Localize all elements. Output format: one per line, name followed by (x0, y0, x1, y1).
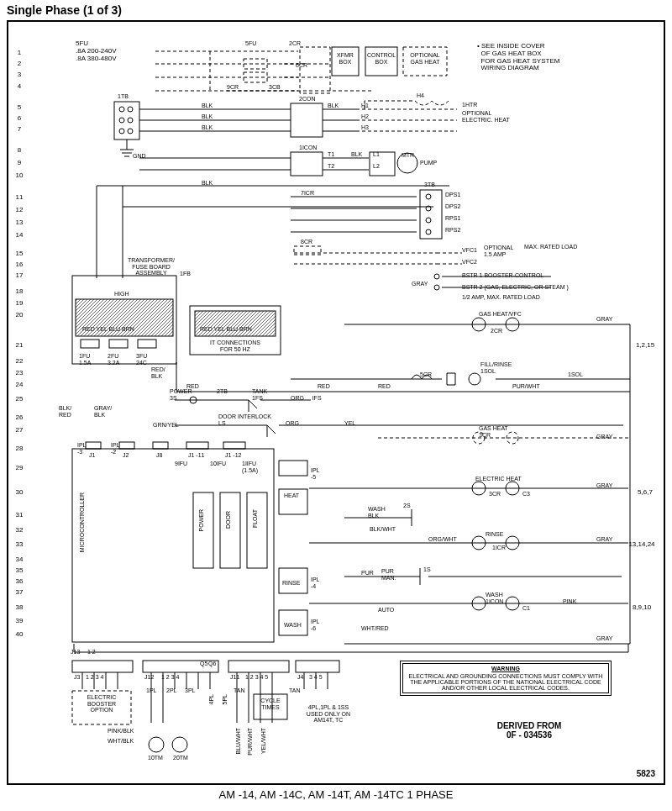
box-microcontroller: MICROCONTROLLER (79, 492, 86, 552)
svg-rect-13 (291, 103, 323, 137)
svg-rect-60 (296, 661, 339, 672)
svg-point-17 (426, 194, 431, 199)
page-code: 5823 (637, 769, 655, 778)
svg-rect-41 (223, 442, 245, 449)
box-used-only: 4PL,1PL & 1SS USED ONLY ON AM14T, TC (299, 704, 358, 724)
svg-point-9 (119, 118, 124, 123)
svg-point-10 (128, 118, 133, 123)
svg-rect-40 (186, 442, 208, 449)
itb-label: 1TB (118, 93, 129, 100)
svg-rect-37 (86, 442, 101, 449)
svg-rect-27 (81, 340, 99, 348)
diagram-frame: 1 2 3 4 5 6 7 8 9 10 11 12 13 14 15 16 1… (7, 20, 665, 785)
box-cycle-times: CYCLE TIMES (255, 698, 286, 710)
box-it-conn: IT CONNECTIONS FOR 50 HZ (197, 340, 274, 352)
derived-from: DERIVED FROM 0F - 034536 (445, 721, 613, 740)
svg-rect-29 (138, 340, 156, 348)
svg-rect-59 (228, 661, 289, 672)
svg-rect-0 (300, 47, 330, 93)
svg-rect-38 (119, 442, 134, 449)
svg-point-62 (149, 737, 164, 752)
lbl-5fu-rating: 5FU .8A 200-240V .8A 380-480V (76, 40, 116, 62)
svg-rect-36 (72, 449, 274, 642)
svg-rect-57 (72, 661, 133, 672)
svg-point-24 (434, 285, 439, 290)
note-top: • SEE INSIDE COVER OF GAS HEAT BOX FOR G… (477, 43, 559, 72)
svg-point-23 (434, 274, 439, 279)
svg-point-7 (119, 107, 124, 112)
svg-rect-28 (109, 340, 128, 348)
svg-rect-43 (220, 492, 240, 568)
box-xfmr: XFMR BOX (333, 52, 358, 65)
page-title: Single Phase (1 of 3) (0, 0, 672, 20)
svg-rect-14 (291, 152, 323, 176)
box-optional-gas: OPTIONAL GAS HEAT (403, 52, 447, 65)
svg-point-63 (172, 737, 187, 752)
svg-point-11 (119, 129, 124, 134)
footer-caption: AM -14, AM -14C, AM -14T, AM -14TC 1 PHA… (0, 785, 672, 804)
box-control: CONTROL BOX (365, 52, 397, 65)
svg-rect-6 (114, 102, 139, 140)
svg-point-8 (128, 107, 133, 112)
svg-rect-45 (279, 461, 307, 476)
box-booster: ELECTRIC BOOSTER OPTION (74, 694, 129, 714)
svg-point-19 (426, 218, 431, 223)
svg-point-34 (469, 373, 480, 385)
svg-point-12 (128, 129, 133, 134)
box-transformer: TRANSFORMER/ FUSE BOARD ASSEMBLY (126, 257, 176, 276)
svg-point-20 (426, 229, 431, 234)
svg-rect-44 (247, 492, 267, 568)
svg-rect-39 (153, 442, 168, 449)
warning-box: WARNING ELECTRICAL AND GROUNDING CONNECT… (400, 661, 612, 696)
